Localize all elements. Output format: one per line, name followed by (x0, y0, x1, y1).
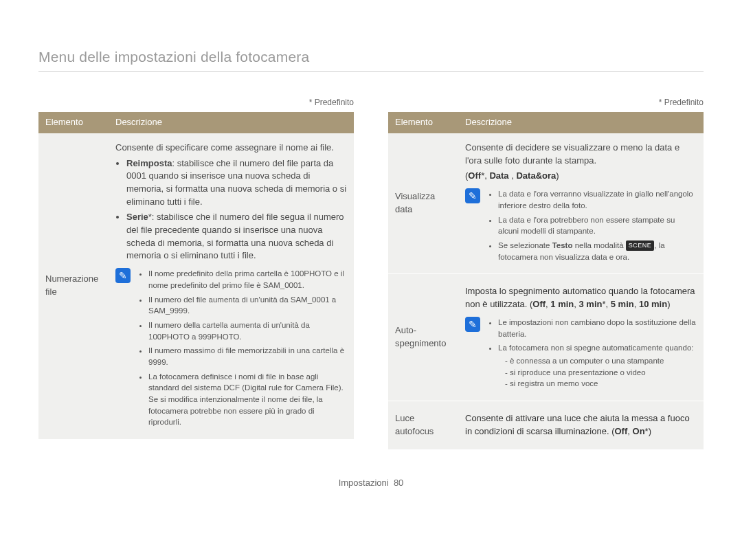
list-item: si registra un memo voce (505, 378, 697, 390)
setting-auto-off-label: Auto-spegnimento (388, 274, 458, 401)
table-row: Numerazione file Consente di specificare… (38, 133, 354, 439)
col-header-elemento: Elemento (388, 112, 458, 133)
list-item: Il nome predefinito della prima cartella… (148, 268, 347, 291)
setting-file-numbering-label: Numerazione file (38, 133, 109, 439)
note-box: ✎ La data e l'ora verranno visualizzate … (465, 188, 697, 265)
page-footer: Impostazioni 80 (38, 477, 704, 490)
intro-text: Consente di attivare una luce che aiuta … (465, 412, 697, 438)
list-item: Il numero del file aumenta di un'unità d… (148, 294, 347, 317)
note-icon: ✎ (465, 317, 480, 332)
footer-page-number: 80 (394, 478, 403, 488)
list-item: Reimposta: stabilisce che il numero del … (126, 157, 347, 209)
setting-af-light-desc: Consente di attivare una luce che aiuta … (458, 401, 704, 449)
list-item: è connessa a un computer o una stampante (505, 355, 697, 367)
options-line: (Off*, Data , Data&ora) (465, 170, 697, 183)
setting-af-light-label: Luce autofocus (388, 401, 458, 449)
list-item: La fotocamera definisce i nomi di file i… (148, 371, 347, 428)
setting-auto-off-desc: Imposta lo spegnimento automatico quando… (458, 274, 704, 401)
list-item: si riproduce una presentazione o video (505, 367, 697, 379)
list-item: Il numero della cartella aumenta di un'u… (148, 320, 347, 342)
list-item: Se selezionate Testo nella modalità SCEN… (498, 240, 697, 262)
intro-text: Imposta lo spegnimento automatico quando… (465, 285, 697, 311)
col-header-descrizione: Descrizione (109, 112, 354, 133)
table-row: Visualizza data Consente di decidere se … (388, 133, 704, 274)
col-header-elemento: Elemento (38, 112, 109, 133)
list-item: Serie*: stabilisce che il numero del fil… (126, 211, 347, 262)
list-item: La fotocamera non si spegne automaticame… (498, 342, 697, 390)
note-list: Le impostazioni non cambiano dopo la sos… (487, 317, 697, 392)
predef-label-left: * Predefinito (38, 97, 354, 109)
note-box: ✎ Il nome predefinito della prima cartel… (115, 268, 347, 431)
note-list: La data e l'ora verranno visualizzate in… (487, 188, 697, 265)
setting-display-date-desc: Consente di decidere se visualizzare o m… (458, 133, 704, 274)
footer-section: Impostazioni (339, 478, 389, 488)
intro-text: Consente di specificare come assegnare i… (115, 142, 347, 155)
option-name: Serie (126, 212, 148, 222)
scene-mode-icon: SCENE (626, 240, 655, 251)
settings-table-right: Elemento Descrizione Visualizza data Con… (388, 112, 704, 449)
note-icon: ✎ (115, 268, 131, 283)
predef-label-right: * Predefinito (388, 97, 704, 109)
list-item: La data e l'ora potrebbero non essere st… (498, 214, 697, 237)
option-name: Reimposta (126, 158, 172, 168)
note-icon: ✎ (465, 188, 480, 203)
settings-table-left: Elemento Descrizione Numerazione file Co… (38, 112, 354, 439)
list-item: Il numero massimo di file memorizzabili … (148, 345, 347, 368)
col-header-descrizione: Descrizione (458, 112, 704, 133)
table-row: Auto-spegnimento Imposta lo spegnimento … (388, 274, 704, 401)
note-list: Il nome predefinito della prima cartella… (137, 268, 347, 431)
table-row: Luce autofocus Consente di attivare una … (388, 401, 704, 449)
intro-text: Consente di decidere se visualizzare o m… (465, 142, 697, 168)
left-column: * Predefinito Elemento Descrizione Numer… (38, 97, 354, 449)
note-box: ✎ Le impostazioni non cambiano dopo la s… (465, 317, 697, 392)
setting-file-numbering-desc: Consente di specificare come assegnare i… (109, 133, 354, 439)
right-column: * Predefinito Elemento Descrizione Visua… (388, 97, 704, 449)
list-item: La data e l'ora verranno visualizzate in… (498, 188, 697, 211)
page-title: Menu delle impostazioni della fotocamera (38, 47, 704, 72)
setting-display-date-label: Visualizza data (388, 133, 458, 274)
list-item: Le impostazioni non cambiano dopo la sos… (498, 317, 697, 339)
